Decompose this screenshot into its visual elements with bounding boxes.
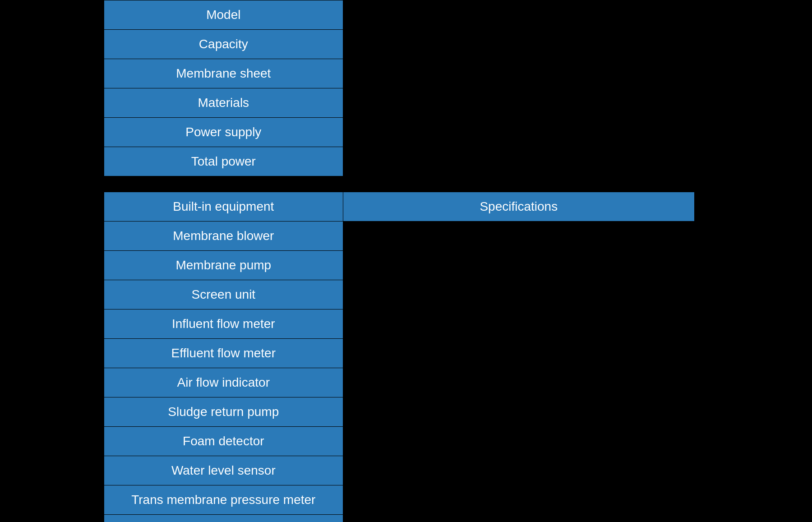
bottom-table-header-row: Built-in equipmentSpecifications — [104, 192, 695, 222]
bottom-table-right-cell — [343, 310, 694, 339]
top-table-row: Model — [104, 0, 695, 30]
bottom-table-row: Effluent flow meter — [104, 339, 695, 368]
bottom-table-left-cell: Screen unit — [104, 280, 343, 310]
bottom-table-left-cell: Monitoring device — [104, 515, 343, 522]
bottom-table-right-cell — [343, 222, 694, 251]
top-table-row: Capacity — [104, 30, 695, 59]
bottom-table-left-cell: Influent flow meter — [104, 310, 343, 339]
bottom-table-right-cell — [343, 485, 694, 515]
bottom-table-row: Membrane blower — [104, 222, 695, 251]
bottom-table-right-cell — [343, 339, 694, 368]
bottom-table-row: Screen unit — [104, 280, 695, 310]
page-container: ModelCapacityMembrane sheetMaterialsPowe… — [0, 0, 812, 522]
bottom-table-left-cell: Membrane pump — [104, 251, 343, 280]
bottom-table-row: Sludge return pump — [104, 397, 695, 427]
separator-table — [104, 176, 695, 192]
bottom-table-left-cell: Foam detector — [104, 427, 343, 456]
top-table-right-cell — [343, 118, 694, 147]
bottom-table-right-cell — [343, 515, 694, 522]
top-table-row: Membrane sheet — [104, 59, 695, 88]
bottom-table-right-cell — [343, 368, 694, 397]
top-table-right-cell — [343, 0, 694, 30]
top-table-left-cell: Materials — [104, 88, 343, 118]
top-table-row: Power supply — [104, 118, 695, 147]
bottom-table-right-cell — [343, 427, 694, 456]
bottom-table-left-cell: Air flow indicator — [104, 368, 343, 397]
top-table-right-cell — [343, 147, 694, 176]
specifications-header: Specifications — [343, 192, 694, 222]
bottom-table-left-cell: Membrane blower — [104, 222, 343, 251]
bottom-table-row: Air flow indicator — [104, 368, 695, 397]
top-table: ModelCapacityMembrane sheetMaterialsPowe… — [104, 0, 695, 176]
bottom-table-left-cell: Sludge return pump — [104, 397, 343, 427]
top-table-left-cell: Membrane sheet — [104, 59, 343, 88]
top-table-row: Total power — [104, 147, 695, 176]
bottom-table-row: Foam detector — [104, 427, 695, 456]
top-table-left-cell: Power supply — [104, 118, 343, 147]
built-in-equipment-header: Built-in equipment — [104, 192, 343, 222]
top-table-right-cell — [343, 30, 694, 59]
bottom-table-left-cell: Water level sensor — [104, 456, 343, 485]
bottom-table-row: Membrane pump — [104, 251, 695, 280]
top-table-right-cell — [343, 59, 694, 88]
top-table-left-cell: Model — [104, 0, 343, 30]
bottom-table-right-cell — [343, 456, 694, 485]
bottom-table-row: Influent flow meter — [104, 310, 695, 339]
bottom-table-right-cell — [343, 280, 694, 310]
top-table-left-cell: Capacity — [104, 30, 343, 59]
top-table-right-cell — [343, 88, 694, 118]
top-table-row: Materials — [104, 88, 695, 118]
bottom-table-row: Monitoring device — [104, 515, 695, 522]
table-wrapper: ModelCapacityMembrane sheetMaterialsPowe… — [104, 0, 695, 522]
bottom-table: Built-in equipmentSpecificationsMembrane… — [104, 192, 695, 522]
bottom-table-right-cell — [343, 251, 694, 280]
bottom-table-right-cell — [343, 397, 694, 427]
separator-row — [104, 177, 695, 192]
bottom-table-left-cell: Effluent flow meter — [104, 339, 343, 368]
bottom-table-row: Trans membrane pressure meter — [104, 485, 695, 515]
bottom-table-left-cell: Trans membrane pressure meter — [104, 485, 343, 515]
top-table-left-cell: Total power — [104, 147, 343, 176]
bottom-table-row: Water level sensor — [104, 456, 695, 485]
